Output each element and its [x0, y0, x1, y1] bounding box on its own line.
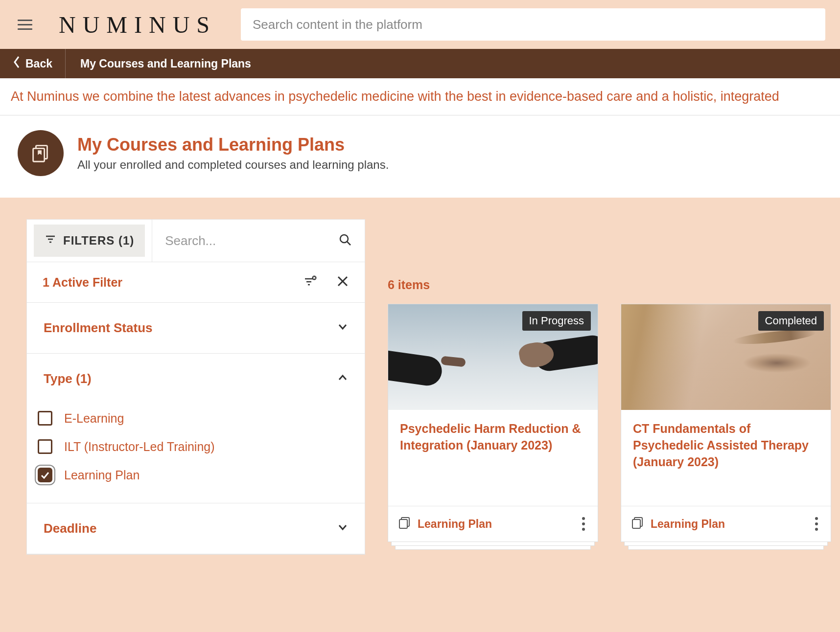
filter-section-enrollment: Enrollment Status — [27, 303, 365, 354]
checkbox-checked-icon[interactable] — [38, 468, 52, 482]
filter-icon — [45, 233, 56, 248]
active-filter-label: 1 Active Filter — [43, 275, 122, 290]
card-type: Learning Plan — [398, 516, 492, 532]
filter-option-ilt[interactable]: ILT (Instructor-Led Training) — [38, 432, 354, 461]
svg-rect-16 — [399, 519, 407, 528]
breadcrumb-title: My Courses and Learning Plans — [66, 57, 266, 70]
filter-option-learning-plan[interactable]: Learning Plan — [38, 461, 354, 489]
top-bar: NUMINUS — [0, 0, 840, 49]
page-subtitle: All your enrolled and completed courses … — [77, 158, 389, 172]
info-banner: At Numinus we combine the latest advance… — [0, 78, 840, 115]
results-column: 6 items In Progress Psychedelic Harm Red… — [365, 219, 840, 542]
status-badge: Completed — [758, 311, 824, 331]
filter-panel: FILTERS (1) 1 Active Filter — [26, 219, 365, 555]
page-title: My Courses and Learning Plans — [77, 135, 389, 155]
chevron-down-icon — [337, 521, 348, 536]
back-button[interactable]: Back — [0, 49, 66, 78]
course-card[interactable]: In Progress Psychedelic Harm Reduction &… — [388, 304, 598, 542]
card-title: CT Fundamentals of Psychedelic Assisted … — [633, 421, 819, 470]
card-title: Psychedelic Harm Reduction & Integration… — [400, 421, 586, 454]
hamburger-menu-icon[interactable] — [15, 17, 35, 33]
card-image: In Progress — [388, 304, 598, 410]
clear-filters-icon[interactable] — [304, 275, 317, 290]
brand-logo[interactable]: NUMINUS — [55, 11, 216, 38]
status-badge: In Progress — [522, 311, 591, 331]
filter-section-type-toggle[interactable]: Type (1) — [27, 354, 365, 404]
filter-section-enrollment-label: Enrollment Status — [44, 320, 152, 336]
card-image: Completed — [621, 304, 831, 410]
kebab-menu-icon[interactable] — [812, 514, 821, 534]
card-type-label: Learning Plan — [418, 518, 492, 531]
checkbox-unchecked-icon[interactable] — [38, 411, 52, 426]
filter-option-elearning[interactable]: E-Learning — [38, 404, 354, 432]
chevron-down-icon — [337, 320, 348, 336]
back-label: Back — [25, 57, 52, 70]
filters-toggle-button[interactable]: FILTERS (1) — [34, 225, 145, 257]
filter-section-enrollment-toggle[interactable]: Enrollment Status — [27, 303, 365, 353]
results-count: 6 items — [388, 278, 840, 292]
filter-option-label: E-Learning — [64, 411, 124, 426]
filter-search[interactable] — [152, 220, 365, 262]
filters-toggle-label: FILTERS (1) — [63, 234, 134, 248]
filter-section-type: Type (1) E-Learning ILT (Instructor-Led … — [27, 354, 365, 503]
close-icon[interactable] — [336, 275, 349, 290]
filter-section-deadline: Deadline — [27, 503, 365, 554]
checkbox-unchecked-icon[interactable] — [38, 439, 52, 454]
course-card[interactable]: Completed CT Fundamentals of Psychedelic… — [621, 304, 831, 542]
courses-icon — [18, 130, 64, 176]
global-search-input[interactable] — [253, 17, 814, 32]
filter-section-deadline-toggle[interactable]: Deadline — [27, 503, 365, 554]
learning-plan-icon — [631, 516, 644, 532]
svg-rect-18 — [632, 519, 640, 528]
svg-line-6 — [347, 242, 350, 245]
svg-point-5 — [340, 235, 348, 243]
filter-option-label: Learning Plan — [64, 468, 140, 482]
kebab-menu-icon[interactable] — [579, 514, 588, 534]
card-type-label: Learning Plan — [651, 518, 725, 531]
chevron-up-icon — [337, 371, 348, 386]
card-grid: In Progress Psychedelic Harm Reduction &… — [388, 304, 840, 542]
filter-search-input[interactable] — [165, 233, 332, 248]
card-type: Learning Plan — [631, 516, 725, 532]
learning-plan-icon — [398, 516, 411, 532]
filter-option-label: ILT (Instructor-Led Training) — [64, 440, 215, 454]
filter-section-deadline-label: Deadline — [44, 521, 96, 536]
search-icon[interactable] — [338, 233, 352, 248]
content-area: FILTERS (1) 1 Active Filter — [0, 219, 840, 555]
chevron-left-icon — [13, 56, 21, 71]
filter-section-type-label: Type (1) — [44, 371, 92, 386]
global-search[interactable] — [241, 8, 825, 41]
active-filter-row: 1 Active Filter — [27, 262, 365, 303]
page-header: My Courses and Learning Plans All your e… — [0, 115, 840, 198]
breadcrumb: Back My Courses and Learning Plans — [0, 49, 840, 78]
